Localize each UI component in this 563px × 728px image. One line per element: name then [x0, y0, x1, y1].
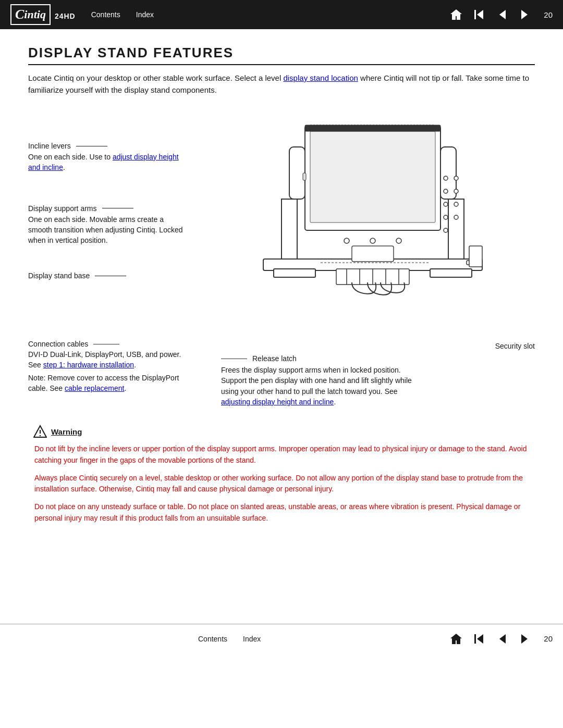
header: C intiq 24HD Contents Index 20	[0, 0, 563, 29]
warning-triangle-icon	[33, 425, 47, 438]
header-page-number: 20	[544, 10, 553, 19]
cable-replacement-link[interactable]: cable replacement	[65, 384, 124, 392]
cables-desc1: DVI-D Dual-Link, DisplayPort, USB, and p…	[28, 349, 190, 360]
svg-point-20	[370, 238, 375, 243]
warning-section: Warning Do not lift by the incline lever…	[28, 425, 535, 524]
footer: Contents Index 20	[0, 624, 563, 653]
svg-rect-31	[303, 173, 306, 180]
svg-rect-10	[274, 269, 315, 277]
warning-text-2: Always place Cintiq securely on a level,…	[33, 473, 535, 495]
svg-point-26	[444, 228, 448, 232]
svg-rect-6	[305, 125, 440, 131]
bottom-right-labels: Security slot Release latch Frees the di…	[221, 340, 535, 413]
incline-levers-desc: One on each side. Use to adjust display …	[28, 152, 185, 173]
svg-point-22	[444, 176, 448, 180]
incline-levers-line	[76, 146, 107, 146]
incline-levers-label: Incline levers One on each side. Use to …	[28, 142, 221, 173]
svg-point-30	[454, 215, 458, 219]
latch-line	[221, 359, 247, 359]
display-support-arms-desc: One on each side. Movable arms create a …	[28, 214, 185, 246]
svg-point-27	[454, 176, 458, 180]
logo-intiq-text: intiq	[24, 8, 46, 21]
svg-rect-35	[469, 246, 482, 267]
incline-levers-title: Incline levers	[28, 142, 71, 150]
intro-text-before: Locate Cintiq on your desktop or other s…	[28, 73, 283, 82]
footer-home-icon[interactable]	[448, 631, 464, 647]
header-icons: 20	[448, 6, 553, 23]
header-index-link[interactable]: Index	[136, 10, 154, 19]
release-latch-label: Release latch Frees the display support …	[221, 354, 535, 407]
warning-text-3: Do not place on any unsteady surface or …	[33, 501, 535, 524]
display-support-arms-label: Display support arms One on each side. M…	[28, 204, 221, 246]
footer-next-page-icon[interactable]	[517, 631, 533, 647]
diagram-image	[221, 105, 535, 329]
svg-marker-1	[477, 10, 483, 19]
home-icon[interactable]	[448, 6, 464, 23]
logo-c-icon: C	[15, 7, 24, 22]
cables-line	[93, 344, 119, 344]
footer-prev-page-icon[interactable]	[494, 631, 510, 647]
svg-rect-0	[474, 10, 476, 19]
svg-point-21	[396, 238, 401, 243]
svg-point-24	[444, 202, 448, 206]
svg-rect-11	[430, 269, 472, 277]
svg-marker-2	[499, 10, 506, 19]
logo-model: 24HD	[55, 12, 76, 20]
svg-point-19	[344, 238, 349, 243]
footer-contents-link[interactable]: Contents	[198, 635, 227, 643]
connection-cables-title: Connection cables	[28, 340, 88, 348]
support-arms-line	[102, 208, 133, 208]
display-stand-base-title: Display stand base	[28, 272, 90, 280]
svg-rect-7	[289, 147, 305, 199]
svg-marker-40	[477, 634, 483, 644]
svg-rect-5	[310, 131, 435, 223]
svg-marker-42	[521, 634, 528, 644]
main-content: DISPLAY STAND FEATURES Locate Cintiq on …	[0, 29, 563, 540]
display-support-arms-title: Display support arms	[28, 204, 97, 213]
footer-icons: 20	[448, 631, 553, 647]
display-stand-base-label: Display stand base	[28, 272, 221, 280]
header-contents-link[interactable]: Contents	[91, 10, 120, 19]
bottom-labels: Connection cables DVI-D Dual-Link, Displ…	[28, 340, 535, 413]
page-title: DISPLAY STAND FEATURES	[28, 45, 535, 65]
svg-marker-41	[499, 634, 506, 644]
footer-index-link[interactable]: Index	[243, 635, 261, 643]
left-labels: Incline levers One on each side. Use to …	[28, 105, 221, 329]
stand-diagram-svg	[232, 110, 524, 329]
display-stand-location-link[interactable]: display stand location	[283, 73, 358, 82]
warning-text-1: Do not lift by the incline levers or upp…	[33, 443, 535, 466]
svg-rect-39	[474, 634, 476, 644]
svg-point-23	[444, 189, 448, 193]
security-slot-label: Security slot	[495, 342, 535, 350]
release-latch-title: Release latch	[252, 354, 297, 363]
warning-title: Warning	[51, 427, 82, 436]
hardware-installation-link[interactable]: step 1: hardware installation	[43, 361, 134, 369]
warning-header: Warning	[33, 425, 535, 438]
svg-point-28	[454, 189, 458, 193]
svg-point-38	[40, 435, 41, 436]
next-page-icon[interactable]	[517, 6, 533, 23]
svg-rect-18	[352, 246, 394, 262]
footer-nav: Contents Index	[198, 635, 261, 643]
intro-paragraph: Locate Cintiq on your desktop or other s…	[28, 72, 535, 96]
header-nav: Contents Index	[91, 10, 154, 19]
stand-base-line	[95, 276, 126, 276]
prev-page-icon[interactable]	[494, 6, 510, 23]
bottom-left-labels: Connection cables DVI-D Dual-Link, Displ…	[28, 340, 221, 413]
svg-marker-3	[521, 10, 528, 19]
diagram-section: Incline levers One on each side. Use to …	[28, 105, 535, 329]
adjusting-display-link[interactable]: adjusting display height and incline	[221, 398, 334, 406]
svg-point-29	[454, 202, 458, 206]
connection-cables-label: Connection cables DVI-D Dual-Link, Displ…	[28, 340, 221, 393]
footer-first-page-icon[interactable]	[471, 631, 487, 647]
footer-page-number: 20	[544, 634, 553, 643]
logo: C intiq 24HD	[10, 4, 76, 25]
first-page-icon[interactable]	[471, 6, 487, 23]
svg-point-25	[444, 215, 448, 219]
